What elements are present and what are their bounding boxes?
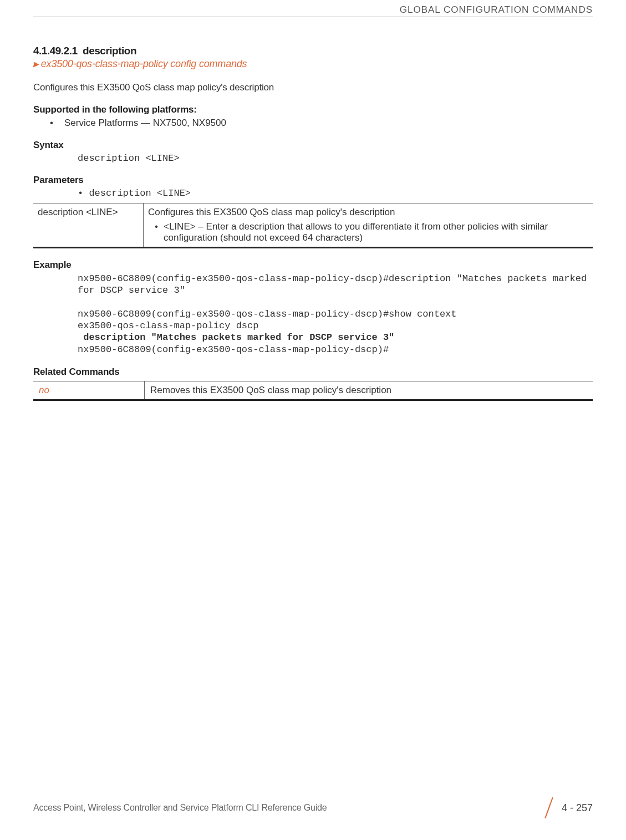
page-number: 4 - 257 xyxy=(562,802,593,814)
page-content: 4.1.49.2.1 description ▶ex3500-qos-class… xyxy=(33,17,593,798)
intro-text: Configures this EX3500 QoS class map pol… xyxy=(33,82,593,93)
related-label: Related Commands xyxy=(33,366,593,378)
parameters-label: Parameters xyxy=(33,175,593,186)
example-line: ex3500-qos-class-map-policy dscp xyxy=(78,320,258,331)
supported-label: Supported in the following platforms: xyxy=(33,104,593,115)
parameters-bullet: • description <LINE> xyxy=(78,188,593,198)
breadcrumb-text: ex3500-qos-class-map-policy config comma… xyxy=(41,58,247,69)
supported-item: • Service Platforms — NX7500, NX9500 xyxy=(33,118,593,129)
section-number: 4.1.49.2.1 xyxy=(33,45,78,57)
example-line-bold: description "Matches packets marked for … xyxy=(78,332,394,343)
example-line: nx9500-6C8809(config-ex3500-qos-class-ma… xyxy=(78,273,592,296)
supported-item-text: Service Platforms — NX7500, NX9500 xyxy=(64,118,226,129)
example-line: nx9500-6C8809(config-ex3500-qos-class-ma… xyxy=(78,344,389,355)
related-table: no Removes this EX3500 QoS class map pol… xyxy=(33,381,593,401)
related-cmd-name: no xyxy=(39,385,49,395)
syntax-label: Syntax xyxy=(33,140,593,151)
footer-title: Access Point, Wireless Controller and Se… xyxy=(33,803,327,813)
parameters-bullet-text: description <LINE> xyxy=(89,188,191,198)
running-header: GLOBAL CONFIGURATION COMMANDS xyxy=(33,0,593,17)
section-heading: 4.1.49.2.1 description xyxy=(33,45,593,57)
parameters-table: description <LINE> Configures this EX350… xyxy=(33,203,593,248)
page-footer: Access Point, Wireless Controller and Se… xyxy=(33,798,593,840)
slash-icon xyxy=(545,798,553,818)
breadcrumb[interactable]: ▶ex3500-qos-class-map-policy config comm… xyxy=(33,58,593,70)
example-label: Example xyxy=(33,259,593,271)
header-title: GLOBAL CONFIGURATION COMMANDS xyxy=(400,4,593,15)
bullet-icon: • xyxy=(155,221,164,243)
example-block: nx9500-6C8809(config-ex3500-qos-class-ma… xyxy=(78,273,593,355)
param-name-cell: description <LINE> xyxy=(33,203,144,248)
section-title: description xyxy=(83,45,136,57)
param-desc-line1: Configures this EX3500 QoS class map pol… xyxy=(148,207,587,218)
param-desc-bullet-row: • <LINE> – Enter a description that allo… xyxy=(148,221,587,243)
related-cmd-cell[interactable]: no xyxy=(33,381,145,400)
example-line: nx9500-6C8809(config-ex3500-qos-class-ma… xyxy=(78,309,457,319)
table-row: description <LINE> Configures this EX350… xyxy=(33,203,593,248)
page-number-group: 4 - 257 xyxy=(545,798,593,818)
arrow-right-icon: ▶ xyxy=(33,60,39,68)
related-desc-cell: Removes this EX3500 QoS class map policy… xyxy=(145,381,593,400)
param-desc-bullet-text: <LINE> – Enter a description that allows… xyxy=(164,221,587,243)
syntax-text: description <LINE> xyxy=(78,153,593,164)
table-row: no Removes this EX3500 QoS class map pol… xyxy=(33,381,593,400)
bullet-icon: • xyxy=(50,118,64,129)
param-desc-cell: Configures this EX3500 QoS class map pol… xyxy=(144,203,593,248)
